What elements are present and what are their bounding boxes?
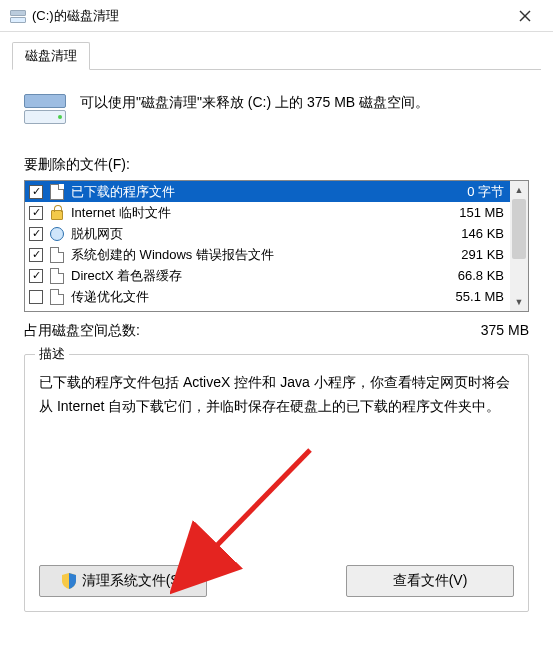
- checkbox[interactable]: [29, 290, 43, 304]
- item-size: 151 MB: [416, 205, 506, 220]
- list-item[interactable]: ✓已下载的程序文件0 字节: [25, 181, 510, 202]
- checkbox[interactable]: ✓: [29, 227, 43, 241]
- close-icon: [519, 10, 531, 22]
- lock-icon: [49, 205, 65, 221]
- list-item[interactable]: ✓DirectX 着色器缓存66.8 KB: [25, 265, 510, 286]
- title-bar: (C:)的磁盘清理: [0, 0, 553, 32]
- shield-icon: [62, 573, 76, 589]
- list-item[interactable]: ✓Internet 临时文件151 MB: [25, 202, 510, 223]
- close-button[interactable]: [503, 1, 547, 31]
- tab-bar: 磁盘清理: [12, 42, 541, 70]
- description-text: 已下载的程序文件包括 ActiveX 控件和 Java 小程序，你查看特定网页时…: [39, 371, 514, 419]
- clean-system-files-label: 清理系统文件(S): [82, 572, 185, 590]
- file-icon: [49, 247, 65, 263]
- list-item[interactable]: 传递优化文件55.1 MB: [25, 286, 510, 307]
- item-size: 291 KB: [416, 247, 506, 262]
- tab-disk-cleanup[interactable]: 磁盘清理: [12, 42, 90, 70]
- item-name: 脱机网页: [71, 225, 416, 243]
- file-icon: [49, 184, 65, 200]
- scroll-down-button[interactable]: ▼: [510, 293, 528, 311]
- checkbox[interactable]: ✓: [29, 185, 43, 199]
- list-item[interactable]: ✓脱机网页146 KB: [25, 223, 510, 244]
- total-value: 375 MB: [481, 322, 529, 340]
- drive-icon: [10, 8, 26, 24]
- item-size: 146 KB: [416, 226, 506, 241]
- item-size: 66.8 KB: [416, 268, 506, 283]
- total-label: 占用磁盘空间总数:: [24, 322, 481, 340]
- description-legend: 描述: [35, 345, 69, 363]
- description-group: 描述 已下载的程序文件包括 ActiveX 控件和 Java 小程序，你查看特定…: [24, 354, 529, 612]
- globe-icon: [49, 226, 65, 242]
- checkbox[interactable]: ✓: [29, 248, 43, 262]
- item-name: 系统创建的 Windows 错误报告文件: [71, 246, 416, 264]
- item-name: Internet 临时文件: [71, 204, 416, 222]
- summary-text: 可以使用"磁盘清理"来释放 (C:) 上的 375 MB 磁盘空间。: [80, 88, 429, 113]
- item-name: 已下载的程序文件: [71, 183, 416, 201]
- scroll-up-button[interactable]: ▲: [510, 181, 528, 199]
- files-label: 要删除的文件(F):: [24, 156, 529, 174]
- window-title: (C:)的磁盘清理: [32, 7, 503, 25]
- view-files-button[interactable]: 查看文件(V): [346, 565, 514, 597]
- item-name: DirectX 着色器缓存: [71, 267, 416, 285]
- list-item[interactable]: ✓系统创建的 Windows 错误报告文件291 KB: [25, 244, 510, 265]
- view-files-label: 查看文件(V): [393, 572, 468, 590]
- file-icon: [49, 289, 65, 305]
- scroll-thumb[interactable]: [512, 199, 526, 259]
- drive-large-icon: [24, 88, 66, 130]
- item-size: 0 字节: [416, 183, 506, 201]
- clean-system-files-button[interactable]: 清理系统文件(S): [39, 565, 207, 597]
- item-name: 传递优化文件: [71, 288, 416, 306]
- scrollbar[interactable]: ▲ ▼: [510, 181, 528, 311]
- item-size: 55.1 MB: [416, 289, 506, 304]
- file-list[interactable]: ✓已下载的程序文件0 字节✓Internet 临时文件151 MB✓脱机网页14…: [24, 180, 529, 312]
- checkbox[interactable]: ✓: [29, 206, 43, 220]
- file-icon: [49, 268, 65, 284]
- checkbox[interactable]: ✓: [29, 269, 43, 283]
